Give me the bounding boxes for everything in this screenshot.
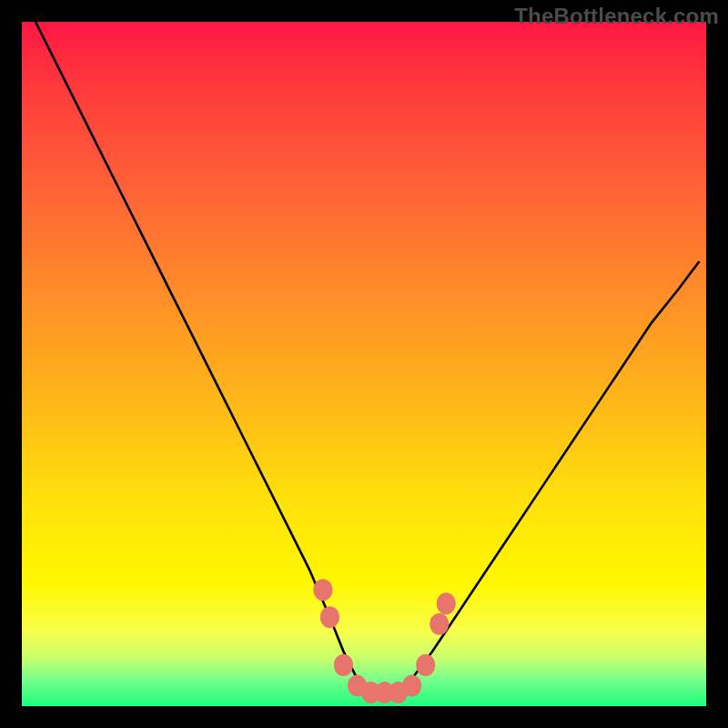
marker-dot [313,579,332,601]
marker-dot [320,606,339,628]
marker-dot [416,654,435,676]
marker-dot [430,613,449,635]
chart-svg [22,22,706,706]
chart-markers [313,579,455,703]
marker-dot [334,654,353,676]
plot-area [22,22,706,706]
marker-dot [402,674,421,696]
watermark-text: TheBottleneck.com [514,4,719,29]
bottleneck-chart: TheBottleneck.com [0,0,728,728]
chart-curve [35,22,699,693]
marker-dot [437,592,456,614]
